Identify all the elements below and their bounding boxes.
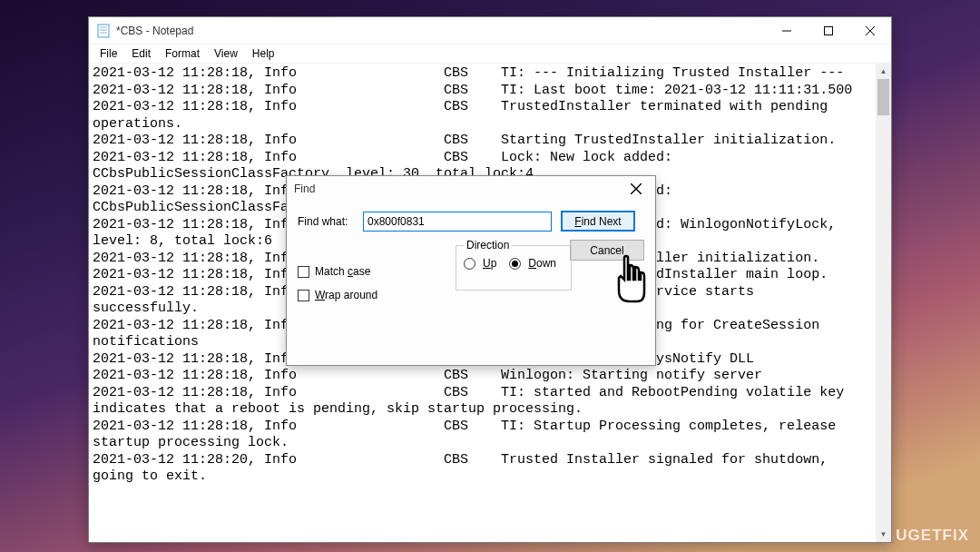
direction-group: Direction Up Down xyxy=(456,245,572,291)
maximize-button[interactable] xyxy=(808,17,849,44)
svg-rect-0 xyxy=(98,25,109,37)
menubar: File Edit Format View Help xyxy=(89,44,891,64)
menu-view[interactable]: View xyxy=(207,45,245,62)
direction-up-label[interactable]: Up xyxy=(483,257,496,270)
find-close-button[interactable] xyxy=(617,176,655,202)
find-titlebar: Find xyxy=(287,176,655,202)
menu-help[interactable]: Help xyxy=(245,45,282,62)
find-next-button[interactable]: Find Next xyxy=(561,211,635,232)
watermark: UGETFIX xyxy=(896,527,969,545)
findwhat-input[interactable] xyxy=(363,212,552,232)
direction-label: Direction xyxy=(464,239,512,251)
direction-down-label[interactable]: Down xyxy=(528,257,556,270)
scroll-up-button[interactable]: ▲ xyxy=(876,64,891,79)
window-title: *CBS - Notepad xyxy=(116,25,766,37)
wraparound-label[interactable]: Wrap around xyxy=(315,289,377,301)
scroll-track[interactable] xyxy=(876,79,891,527)
matchcase-checkbox[interactable] xyxy=(298,266,309,278)
direction-down-radio[interactable] xyxy=(509,258,521,270)
close-button[interactable] xyxy=(849,17,891,44)
menu-file[interactable]: File xyxy=(93,45,124,62)
svg-rect-5 xyxy=(825,26,833,34)
vertical-scrollbar[interactable]: ▲ ▼ xyxy=(876,64,891,542)
minimize-button[interactable] xyxy=(766,17,808,44)
titlebar: *CBS - Notepad xyxy=(89,17,891,44)
findwhat-label: Find what: xyxy=(298,215,354,228)
find-dialog: Find Find what: Find Next Cancel Directi… xyxy=(286,175,656,366)
wraparound-checkbox[interactable] xyxy=(298,290,309,301)
scroll-down-button[interactable]: ▼ xyxy=(876,527,891,542)
direction-up-radio[interactable] xyxy=(464,258,475,270)
find-title: Find xyxy=(294,182,315,195)
scroll-thumb[interactable] xyxy=(877,79,889,115)
menu-format[interactable]: Format xyxy=(158,45,207,62)
menu-edit[interactable]: Edit xyxy=(124,45,158,62)
notepad-icon xyxy=(96,24,111,38)
cancel-button[interactable]: Cancel xyxy=(570,240,644,261)
matchcase-label[interactable]: Match case xyxy=(315,265,370,278)
